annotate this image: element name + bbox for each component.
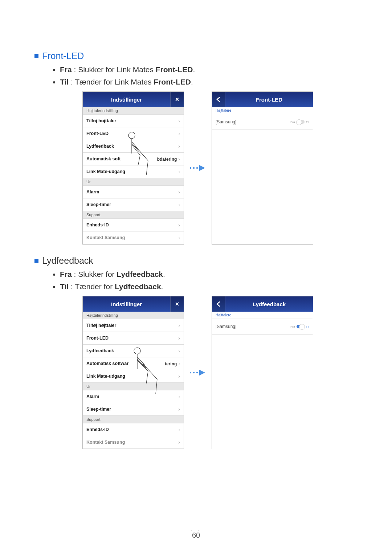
group-header: Ur [83, 383, 184, 390]
toggle-row[interactable]: [Samsung] Fra Til [212, 319, 313, 335]
chevron-right-icon: › [178, 406, 180, 412]
screen-header: Indstillinger × [83, 296, 184, 312]
list-item[interactable]: Kontakt Samsung› [83, 436, 184, 449]
bullet-item: Fra : Slukker for Lydfeedback. [60, 268, 361, 280]
chevron-right-icon: › [178, 335, 180, 341]
list-item[interactable]: Sleep-timer› [83, 403, 184, 416]
section-heading-lydfeedback: Lydfeedback [34, 255, 361, 266]
bullet-item: Til : Tænder for Lydfeedback. [60, 280, 361, 293]
bullet-item: Til : Tænder for Link Mates Front-LED. [60, 76, 361, 88]
group-header: Højttalerindstilling [83, 107, 184, 115]
svg-point-8 [196, 372, 198, 373]
group-header: Højttalerindstilling [83, 312, 184, 319]
chevron-right-icon: › [178, 143, 180, 149]
list-item[interactable]: Alarm› [83, 186, 184, 198]
svg-marker-9 [199, 370, 205, 376]
list-item[interactable]: Tilføj højttaler› [83, 115, 184, 127]
list-item[interactable]: Automatisk softbdatering› [83, 153, 184, 165]
back-icon[interactable] [212, 296, 225, 312]
close-icon[interactable]: × [170, 92, 184, 107]
screen-header: Indstillinger × [83, 92, 184, 107]
list-item[interactable]: Link Mate-udgang› [83, 370, 184, 383]
toggle-switch[interactable]: Fra Til [290, 325, 309, 328]
list-item[interactable]: Enheds-ID› [83, 219, 184, 231]
arrow-right-icon [187, 164, 209, 172]
bullet-square-icon [34, 259, 38, 263]
svg-point-6 [190, 372, 191, 373]
detail-screen: Front-LED Højttalere [Samsung] Fra Til [212, 91, 313, 245]
chevron-right-icon: › [178, 156, 180, 162]
screens-row: Indstillinger × Højttalerindstilling Til… [34, 296, 361, 449]
chevron-right-icon: › [178, 235, 180, 241]
chevron-right-icon: › [178, 394, 180, 399]
list-item[interactable]: Sleep-timer› [83, 198, 184, 211]
chevron-right-icon: › [178, 202, 180, 208]
chevron-right-icon: › [178, 373, 180, 379]
chevron-right-icon: › [178, 361, 180, 366]
close-icon[interactable]: × [170, 296, 184, 312]
bullet-list: Fra : Slukker for Link Mates Front-LED. … [60, 63, 361, 88]
list-item[interactable]: Enheds-ID› [83, 423, 184, 436]
chevron-right-icon: › [178, 118, 180, 124]
screen-title: Lydfeedback [225, 301, 313, 307]
group-header: Højttalere [212, 107, 313, 114]
list-item[interactable]: Link Mate-udgang› [83, 165, 184, 178]
bullet-list: Fra : Slukker for Lydfeedback. Til : Tæn… [60, 268, 361, 292]
screen-title: Indstillinger [83, 97, 170, 103]
group-header: Højttalere [212, 312, 313, 319]
svg-point-7 [193, 372, 195, 373]
list-item[interactable]: Tilføj højttaler› [83, 319, 184, 332]
item-label: [Samsung] [216, 119, 236, 124]
chevron-right-icon: › [178, 222, 180, 228]
chevron-right-icon: › [178, 169, 180, 175]
svg-point-1 [190, 167, 191, 169]
group-header: Support [83, 211, 184, 219]
chevron-right-icon: › [178, 439, 180, 445]
chevron-right-icon: › [178, 348, 180, 354]
toggle-row[interactable]: [Samsung] Fra Til [212, 114, 313, 130]
chevron-right-icon: › [178, 189, 180, 195]
chevron-right-icon: › [178, 427, 180, 432]
bullet-item: Fra : Slukker for Link Mates Front-LED. [60, 63, 361, 76]
svg-point-2 [193, 167, 195, 169]
page-number: · · 60 [0, 527, 392, 539]
svg-marker-4 [199, 165, 205, 171]
arrow-right-icon [187, 369, 209, 376]
settings-screen: Indstillinger × Højttalerindstilling Til… [82, 91, 184, 245]
back-icon[interactable] [212, 92, 225, 107]
chevron-right-icon: › [178, 323, 180, 328]
section-heading-front-led: Front-LED [34, 51, 361, 61]
section-title: Lydfeedback [42, 255, 93, 266]
group-header: Support [83, 416, 184, 423]
chevron-right-icon: › [178, 131, 180, 136]
item-label: [Samsung] [216, 324, 236, 329]
screen-header: Front-LED [212, 92, 313, 107]
toggle-switch[interactable]: Fra Til [290, 120, 309, 124]
list-item[interactable]: Alarm› [83, 390, 184, 403]
screen-title: Front-LED [225, 97, 313, 103]
settings-screen: Indstillinger × Højttalerindstilling Til… [82, 296, 184, 449]
list-item[interactable]: Lydfeedback› [83, 345, 184, 357]
list-item[interactable]: Front-LED› [83, 332, 184, 345]
list-item[interactable]: Lydfeedback› [83, 140, 184, 153]
list-item[interactable]: Automatisk softwartering› [83, 357, 184, 370]
group-header: Ur [83, 178, 184, 186]
screen-title: Indstillinger [83, 301, 170, 307]
section-title: Front-LED [42, 51, 84, 61]
detail-screen: Lydfeedback Højttalere [Samsung] Fra Til [212, 296, 313, 449]
screen-header: Lydfeedback [212, 296, 313, 312]
bullet-square-icon [34, 54, 38, 58]
svg-point-3 [196, 167, 198, 169]
list-item[interactable]: Kontakt Samsung› [83, 231, 184, 244]
screens-row: Indstillinger × Højttalerindstilling Til… [34, 91, 361, 245]
list-item[interactable]: Front-LED› [83, 127, 184, 140]
